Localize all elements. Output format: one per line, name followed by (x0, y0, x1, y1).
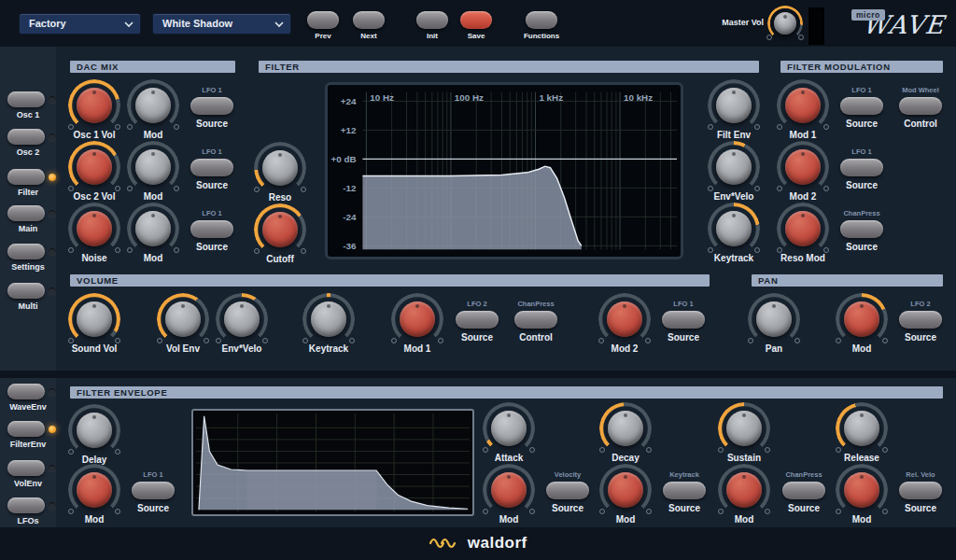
fe-decay-knob[interactable] (605, 408, 646, 449)
fe-release-source-button[interactable] (899, 482, 942, 499)
fm-mod1-knob[interactable] (782, 85, 823, 126)
noise-mod-source-button[interactable] (190, 220, 233, 238)
sidebar-item-settings[interactable]: Settings (7, 244, 49, 272)
next-button-cap[interactable] (353, 11, 385, 29)
bank-select[interactable]: Factory (19, 13, 141, 35)
osc2-vol-knob[interactable] (74, 147, 115, 188)
env-velo-knob-group: Env*Velo (704, 147, 764, 206)
source-label: Source (832, 242, 892, 252)
init-button-cap[interactable] (416, 11, 448, 29)
sidebar-item-main[interactable]: Main (7, 205, 49, 233)
vol-mod2-knob[interactable] (604, 299, 645, 340)
fm-control-button[interactable] (899, 97, 942, 115)
sidebar-item-volenv[interactable]: VolEnv (7, 460, 49, 488)
pan-mod-source-button[interactable] (899, 311, 942, 329)
sidebar-button-cap[interactable] (7, 384, 45, 399)
svg-text:-24: -24 (343, 212, 357, 222)
sidebar-button-cap[interactable] (7, 91, 45, 107)
section-header-pan: PAN (752, 274, 943, 287)
sidebar-item-lfos[interactable]: LFOs (7, 497, 49, 525)
chevron-down-icon (124, 21, 134, 28)
pan-mod-knob[interactable] (841, 299, 882, 340)
fe-sustain-source-button[interactable] (782, 482, 825, 499)
fm-mod2-knob[interactable] (782, 147, 823, 188)
sidebar-item-waveenv[interactable]: WaveEnv (7, 384, 49, 412)
functions-button[interactable]: Functions (512, 9, 571, 40)
sidebar-item-osc2[interactable]: Osc 2 (7, 129, 49, 157)
sidebar-button-cap[interactable] (7, 460, 45, 476)
reso-mod-source-control: ChanPressSource (832, 209, 892, 252)
source-value-label: ChanPress (832, 209, 892, 218)
reso-knob[interactable] (260, 147, 301, 189)
vol-env-knob[interactable] (162, 299, 204, 340)
sidebar-button-cap[interactable] (7, 421, 45, 437)
sidebar-button-cap[interactable] (7, 205, 45, 221)
osc1-mod-source-button[interactable] (190, 97, 233, 115)
fe-release-knob[interactable] (841, 408, 882, 449)
knob-face (608, 411, 643, 446)
master-vol-knob[interactable] (772, 10, 798, 36)
source-value-label: LFO 1 (182, 209, 242, 218)
vol-mod1-source-button[interactable] (456, 311, 499, 329)
fe-attack-mod-knob[interactable] (488, 469, 529, 511)
reso-mod-source-button[interactable] (840, 220, 883, 238)
reso-mod-knob[interactable] (782, 208, 823, 249)
noise-mod-knob[interactable] (133, 208, 174, 249)
sound-vol-knob[interactable] (74, 299, 115, 340)
bank-select-value: Factory (29, 18, 66, 29)
fe-sustain-knob[interactable] (724, 408, 765, 449)
sidebar-item-label: VolEnv (4, 479, 52, 488)
sidebar-button-cap[interactable] (7, 129, 45, 145)
fe-mod-knob[interactable] (74, 469, 115, 511)
functions-button-cap[interactable] (526, 11, 557, 29)
fe-attack-source-button[interactable] (546, 482, 589, 499)
source-value-label: Keytrack (654, 470, 714, 480)
noise-vol-knob[interactable] (74, 208, 115, 249)
fe-decay-mod-knob[interactable] (605, 469, 646, 511)
sidebar-item-filter[interactable]: Filter (7, 169, 49, 197)
osc1-mod-knob[interactable] (133, 85, 174, 126)
save-button-cap[interactable] (460, 11, 492, 29)
level-meter (808, 7, 824, 45)
vol-mod2-source-button[interactable] (662, 311, 705, 329)
knob-face (77, 413, 112, 448)
fm-mod1-source-button[interactable] (840, 97, 883, 115)
fe-release-mod-knob[interactable] (841, 469, 882, 511)
fe-delay-knob[interactable] (74, 410, 115, 451)
fm-mod2-source-button[interactable] (840, 159, 883, 176)
vol-env-velo-knob[interactable] (221, 299, 262, 340)
fe-mod-source-button[interactable] (132, 482, 175, 499)
preset-select[interactable]: White Shadow (152, 13, 291, 35)
fe-decay-source-button[interactable] (663, 482, 706, 499)
sidebar-button-cap[interactable] (7, 244, 45, 259)
sidebar-item-filterenv[interactable]: FilterEnv (7, 421, 49, 449)
filt-env-knob[interactable] (713, 85, 754, 126)
fe-attack-knob-group: Attack (479, 408, 539, 468)
osc2-mod-source-button[interactable] (190, 159, 233, 176)
save-button[interactable]: Save (446, 9, 506, 40)
fe-delay-knob-group: Delay (64, 410, 124, 469)
knob-face (400, 301, 435, 337)
knob-face (165, 301, 201, 337)
sidebar-button-cap[interactable] (7, 283, 45, 299)
section-header-filter: FILTER (259, 61, 759, 73)
pan-knob[interactable] (753, 299, 794, 340)
fe-sustain-mod-knob[interactable] (724, 469, 765, 511)
sidebar-item-multi[interactable]: Multi (7, 283, 49, 311)
env-velo-knob[interactable] (713, 147, 754, 188)
cutoff-knob[interactable] (260, 209, 301, 250)
sidebar-item-osc1[interactable]: Osc 1 (7, 91, 49, 119)
osc1-vol-knob[interactable] (74, 85, 115, 126)
sidebar-item-label: Multi (4, 301, 52, 311)
sidebar-button-cap[interactable] (7, 169, 45, 185)
prev-button-cap[interactable] (307, 11, 339, 29)
next-button[interactable]: Next (339, 9, 399, 40)
fe-attack-knob[interactable] (488, 408, 529, 449)
fm-keytrack-knob[interactable] (713, 208, 754, 249)
vol-control-button[interactable] (514, 311, 557, 329)
vol-mod1-knob[interactable] (397, 299, 438, 340)
sidebar-button-cap[interactable] (7, 497, 45, 513)
osc2-mod-knob[interactable] (133, 147, 174, 188)
vol-env-velo-knob-group: Env*Velo (212, 299, 272, 358)
vol-keytrack-knob[interactable] (308, 299, 349, 340)
